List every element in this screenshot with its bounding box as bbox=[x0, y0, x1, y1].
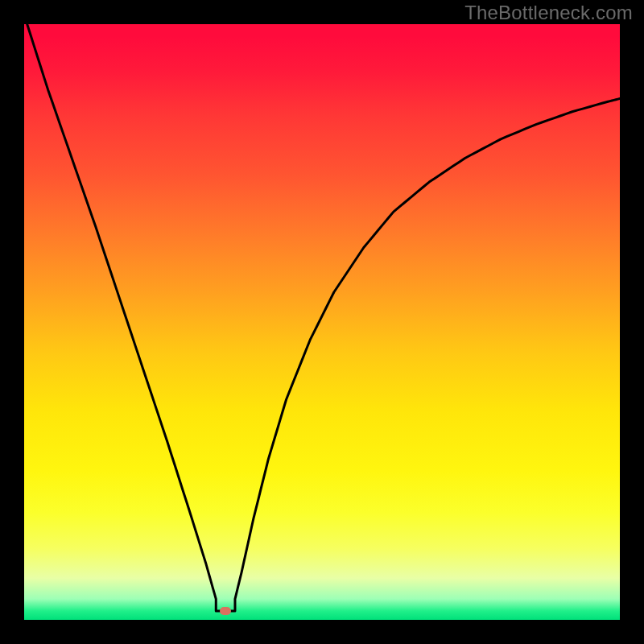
optimum-marker-dot bbox=[220, 607, 231, 615]
watermark-text: TheBottleneck.com bbox=[464, 2, 633, 24]
plot-area bbox=[24, 24, 620, 620]
chart-frame: TheBottleneck.com bbox=[0, 0, 644, 644]
curve-path bbox=[27, 24, 620, 611]
bottleneck-curve bbox=[24, 24, 620, 620]
